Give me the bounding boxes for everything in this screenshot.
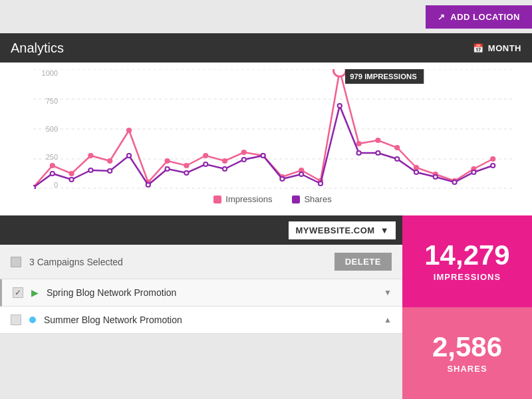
svg-point-15 [222,158,227,164]
svg-point-53 [471,170,475,174]
svg-point-45 [319,182,323,186]
month-label: MONTH [488,43,521,53]
website-name: MYWEBSITE.COM [295,225,374,235]
impressions-stat-box: 14,279 IMPRESSIONS [402,215,532,307]
svg-point-8 [88,153,93,158]
month-button[interactable]: 📅 MONTH [473,43,521,53]
svg-point-37 [166,167,170,171]
svg-point-21 [334,69,346,76]
campaign-chevron-1: ▼ [384,288,392,297]
shares-label: SHARES [447,364,487,374]
shares-stat-box: 2,586 SHARES [402,307,532,399]
analytics-header: Analytics 📅 MONTH [0,33,532,63]
top-bar: ↗ ADD LOCATION [0,0,532,33]
calendar-icon: 📅 [473,43,484,53]
campaign-item-1[interactable]: ✓ ▶ Spring Blog Network Promotion ▼ [0,279,402,307]
svg-point-25 [414,165,419,170]
svg-point-36 [146,183,150,187]
svg-point-12 [164,158,170,164]
shares-legend: Shares [292,194,331,204]
impressions-label: IMPRESSIONS [434,272,501,282]
svg-point-52 [453,180,457,184]
impressions-legend-dot [213,196,221,203]
chart-area: 0 250 500 750 1000 [0,63,532,215]
shares-number: 2,586 [432,333,502,361]
svg-point-32 [70,178,74,182]
bottom-section: MYWEBSITE.COM ▼ 3 Campaigns Selected DEL… [0,215,532,399]
chart-legend: Impressions Shares [33,194,512,204]
svg-point-39 [203,162,207,166]
svg-point-33 [88,168,92,172]
campaign-checkbox-1[interactable]: ✓ [13,287,23,298]
svg-point-44 [299,172,303,176]
y-label-750: 750 [33,97,63,105]
svg-point-46 [338,104,342,108]
y-label-250: 250 [33,153,63,161]
add-location-button[interactable]: ↗ ADD LOCATION [426,5,532,29]
campaigns-selected-label: 3 Campaigns Selected [29,257,327,267]
svg-point-13 [184,163,189,168]
svg-point-42 [261,154,265,158]
delete-button[interactable]: DELETE [334,253,392,271]
campaign-checkbox-2[interactable] [11,315,21,325]
svg-point-49 [395,157,399,161]
svg-point-9 [107,158,112,164]
dropdown-icon: ▼ [380,225,389,235]
svg-point-50 [414,170,418,174]
play-icon-1: ▶ [31,287,39,298]
add-location-icon: ↗ [438,12,446,22]
y-label-0: 0 [33,181,63,189]
svg-point-40 [223,167,227,171]
svg-point-22 [356,141,361,146]
analytics-title: Analytics [11,41,64,56]
left-panel: MYWEBSITE.COM ▼ 3 Campaigns Selected DEL… [0,215,402,399]
website-selector[interactable]: MYWEBSITE.COM ▼ [289,221,396,239]
impressions-legend: Impressions [213,194,272,204]
impressions-legend-label: Impressions [225,194,272,204]
svg-point-35 [127,154,131,158]
svg-text:979 IMPRESSIONS: 979 IMPRESSIONS [350,72,416,80]
campaign-chevron-2: ▲ [384,315,392,325]
campaign-item-2[interactable]: Summer Blog Network Promotion ▲ [0,307,402,334]
website-bar: MYWEBSITE.COM ▼ [0,215,402,245]
y-label-500: 500 [33,125,63,133]
selected-count: 3 [29,257,35,267]
right-panel: 14,279 IMPRESSIONS 2,586 SHARES [402,215,532,399]
svg-point-41 [242,158,246,162]
campaign-name-1: Spring Blog Network Promotion [47,287,376,298]
svg-point-10 [126,128,132,133]
y-label-1000: 1000 [33,69,63,77]
campaign-name-2: Summer Blog Network Promotion [44,315,376,325]
shares-legend-label: Shares [304,194,331,204]
shares-legend-dot [292,196,300,203]
svg-point-24 [394,145,400,150]
circle-icon-2 [29,317,36,323]
svg-point-7 [68,171,74,176]
selected-label-text: Campaigns Selected [37,257,123,267]
impressions-number: 14,279 [424,241,509,269]
select-all-checkbox[interactable] [11,257,21,267]
shares-line [33,106,493,188]
svg-point-51 [434,175,438,179]
svg-point-48 [376,151,380,155]
svg-point-14 [203,153,208,158]
campaigns-toolbar: 3 Campaigns Selected DELETE [0,245,402,279]
y-axis: 0 250 500 750 1000 [33,69,63,189]
line-chart: 979 IMPRESSIONS [33,69,512,189]
svg-point-54 [491,164,495,168]
add-location-label: ADD LOCATION [450,12,520,22]
svg-point-29 [490,156,495,162]
svg-point-16 [241,150,247,155]
svg-point-34 [108,169,112,173]
svg-point-23 [375,138,380,143]
svg-point-47 [357,151,361,155]
svg-point-43 [280,177,284,181]
svg-point-38 [184,171,188,175]
